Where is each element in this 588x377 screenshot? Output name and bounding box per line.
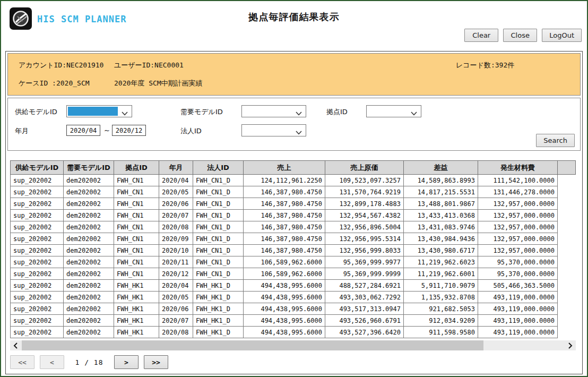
table-cell: 493,517,313.0947 [325, 303, 404, 315]
table-cell: 5,911,710.9079 [404, 280, 478, 292]
table-cell: dem202002 [64, 327, 114, 338]
table-cell: FWH_CN1 [114, 175, 159, 186]
next-page-button[interactable]: > [114, 355, 139, 369]
table-cell: 13,430,984.9436 [404, 233, 478, 245]
table-cell: FWH_CN1 [114, 221, 159, 233]
table-cell: 146,387,980.4750 [244, 198, 325, 210]
last-page-button[interactable]: >> [144, 355, 168, 369]
table-cell: FWH_HK1_D [193, 303, 244, 315]
chevron-down-icon [296, 109, 302, 117]
table-cell-clipped [558, 256, 576, 268]
table-cell: 494,438,995.6000 [244, 315, 325, 327]
column-header: 売上 [244, 161, 325, 175]
table-cell: 2020/10 [159, 245, 193, 256]
table-cell: 493,303,062.7292 [325, 292, 404, 303]
table-cell: sup_202002 [11, 315, 64, 327]
table-cell-clipped [558, 175, 576, 186]
scrollbar-thumb[interactable] [22, 340, 483, 350]
scroll-right-icon[interactable] [564, 340, 576, 350]
table-cell: FWH_CN1 [114, 268, 159, 280]
table-cell: FWH_HK1 [114, 315, 159, 327]
table-cell: dem202002 [64, 175, 114, 186]
clear-button[interactable]: Clear [464, 29, 498, 42]
yearmonth-separator: ~ [104, 126, 110, 134]
table-cell: 2020/05 [159, 292, 193, 303]
close-button[interactable]: Close [503, 29, 537, 42]
table-cell: 505,466,363.5000 [478, 280, 558, 292]
table-cell: 146,387,980.4750 [244, 233, 325, 245]
table-cell: FWH_CN1 [114, 256, 159, 268]
table-cell: 95,369,999.9999 [325, 268, 404, 280]
table-cell: FWH_CN1_D [193, 233, 244, 245]
table-row: sup_202002dem202002FWH_CN12020/07FWH_CN1… [11, 210, 576, 221]
table-cell-clipped [558, 303, 576, 315]
base-id-select[interactable] [366, 105, 421, 117]
table-cell: FWH_CN1 [114, 210, 159, 221]
table-cell: sup_202002 [11, 256, 64, 268]
table-cell: 2020/11 [159, 256, 193, 268]
table-cell: 131,446,278.0000 [478, 186, 558, 198]
supply-model-label: 供給モデルID [15, 107, 57, 117]
table-cell: dem202002 [64, 303, 114, 315]
table-cell: 493,527,396.6420 [325, 327, 404, 338]
table-row: sup_202002dem202002FWH_CN12020/09FWH_CN1… [11, 233, 576, 245]
table-cell: 494,438,995.6000 [244, 292, 325, 303]
column-header: 年月 [159, 161, 193, 175]
table-row: sup_202002dem202002FWH_CN12020/10FWH_CN1… [11, 245, 576, 256]
table-cell: 494,438,995.6000 [244, 327, 325, 338]
horizontal-scrollbar[interactable] [10, 340, 576, 350]
table-cell: dem202002 [64, 186, 114, 198]
yearmonth-from-input[interactable] [66, 125, 100, 136]
table-cell: 146,387,980.4750 [244, 210, 325, 221]
table-cell-clipped [558, 210, 576, 221]
pagination: << < 1 / 18 > >> [10, 355, 168, 369]
user-id: ユーザーID:NEC0001 [114, 61, 184, 70]
table-cell: 146,387,980.4750 [244, 221, 325, 233]
table-cell: 124,112,961.2250 [244, 175, 325, 186]
results-table-wrap: 供給モデルID需要モデルID拠点ID年月法人ID売上売上原価差益発生材料費 su… [10, 160, 576, 338]
table-cell: sup_202002 [11, 327, 64, 338]
corp-id-label: 法人ID [180, 126, 202, 136]
table-cell: FWH_CN1_D [193, 268, 244, 280]
column-header-clipped [558, 161, 576, 175]
table-cell: 921,682.5053 [404, 303, 478, 315]
supply-model-selection-highlight [68, 107, 118, 116]
app-window: HIS SCM PLANNER 拠点毎評価結果表示 Clear Close Lo… [0, 0, 588, 377]
table-cell: 14,817,215.5531 [404, 186, 478, 198]
table-cell: 132,957,000.0000 [478, 233, 558, 245]
first-page-button[interactable]: << [10, 355, 34, 369]
table-cell: 2020/12 [159, 268, 193, 280]
table-cell: dem202002 [64, 233, 114, 245]
table-cell-clipped [558, 292, 576, 303]
table-cell: 13,430,980.6717 [404, 245, 478, 256]
scroll-left-icon[interactable] [10, 340, 22, 350]
table-cell: 912,034.9209 [404, 315, 478, 327]
table-cell: 1,135,932.8708 [404, 292, 478, 303]
yearmonth-to-input[interactable] [112, 125, 146, 136]
table-cell: FWH_CN1 [114, 245, 159, 256]
table-cell: 109,523,097.3257 [325, 175, 404, 186]
table-cell: 95,370,000.0000 [478, 268, 558, 280]
table-cell: 132,956,999.8033 [325, 245, 404, 256]
table-cell: 2020/06 [159, 303, 193, 315]
table-cell: 106,589,962.6000 [244, 256, 325, 268]
prev-page-button[interactable]: < [40, 355, 64, 369]
corp-id-select[interactable] [241, 124, 306, 136]
supply-model-select[interactable] [66, 105, 132, 117]
table-cell-clipped [558, 233, 576, 245]
logout-button[interactable]: LogOut [542, 29, 582, 42]
demand-model-label: 需要モデルID [180, 107, 223, 117]
table-cell: 132,956,896.5004 [325, 221, 404, 233]
table-cell: FWH_HK1_D [193, 315, 244, 327]
table-row: sup_202002dem202002FWH_HK12020/05FWH_HK1… [11, 292, 576, 303]
table-cell: FWH_CN1_D [193, 221, 244, 233]
search-button[interactable]: Search [536, 134, 575, 147]
table-cell: dem202002 [64, 245, 114, 256]
table-cell: sup_202002 [11, 175, 64, 186]
table-cell: FWH_HK1 [114, 327, 159, 338]
demand-model-select[interactable] [241, 105, 306, 117]
base-id-label: 拠点ID [326, 107, 348, 117]
table-cell-clipped [558, 221, 576, 233]
column-header: 発生材料費 [478, 161, 558, 175]
table-cell: sup_202002 [11, 245, 64, 256]
